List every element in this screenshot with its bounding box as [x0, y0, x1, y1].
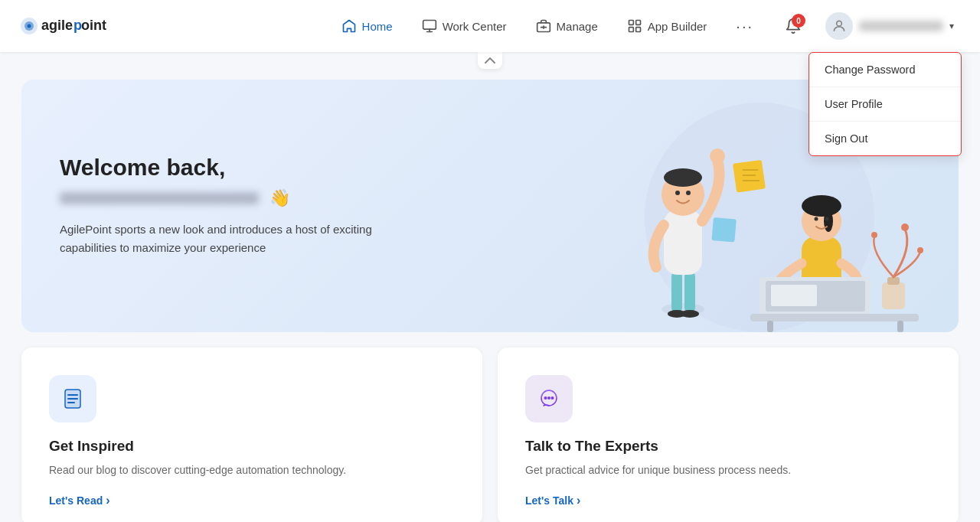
chevron-right-icon: › — [106, 494, 109, 507]
card-get-inspired-title: Get Inspired — [49, 438, 455, 455]
svg-point-26 — [710, 148, 725, 164]
chevron-up-icon — [485, 57, 495, 64]
wave-emoji: 👋 — [270, 188, 290, 208]
svg-point-58 — [544, 396, 547, 400]
svg-point-43 — [825, 217, 829, 221]
svg-point-25 — [664, 168, 702, 187]
nav-workcenter-label: Work Center — [443, 20, 507, 33]
dropdown-sign-out[interactable]: Sign Out — [809, 122, 961, 155]
more-dots-icon: ··· — [736, 18, 753, 35]
card-talk-experts-title: Talk to The Experts — [525, 438, 931, 455]
svg-rect-45 — [887, 277, 900, 285]
nav-item-work-center[interactable]: Work Center — [410, 12, 519, 40]
user-dropdown-menu: Change Password User Profile Sign Out — [808, 52, 962, 156]
svg-point-27 — [675, 191, 680, 195]
lets-talk-label: Let's Talk — [525, 494, 573, 507]
dropdown-change-password[interactable]: Change Password — [809, 53, 961, 87]
nav-appbuilder-label: App Builder — [648, 20, 707, 33]
notification-badge: 0 — [792, 14, 805, 28]
card-get-inspired: Get Inspired Read our blog to discover c… — [21, 347, 482, 522]
hero-text: Welcome back, 👋 AgilePoint sports a new … — [60, 155, 420, 257]
nav-item-more[interactable]: ··· — [724, 11, 766, 41]
svg-point-42 — [815, 217, 818, 221]
document-lines-icon — [61, 387, 84, 410]
svg-point-37 — [802, 195, 841, 217]
nav-right: 0 ▾ — [778, 8, 962, 44]
svg-text:oint: oint — [81, 18, 106, 33]
notifications-button[interactable]: 0 — [778, 11, 808, 41]
svg-point-47 — [917, 247, 923, 253]
nav-items: Home Work Center — [329, 11, 766, 41]
chevron-down-icon: ▾ — [949, 21, 954, 31]
svg-point-60 — [551, 396, 554, 400]
svg-rect-29 — [733, 160, 766, 193]
hero-welcome: Welcome back, — [60, 155, 420, 181]
hero-subtitle: AgilePoint sports a new look and introdu… — [60, 220, 420, 257]
svg-rect-14 — [629, 28, 633, 32]
nav-item-app-builder[interactable]: App Builder — [615, 12, 720, 40]
svg-rect-44 — [882, 282, 905, 309]
card-icon-wrap-blue — [49, 375, 96, 422]
nav-item-home[interactable]: Home — [329, 12, 405, 40]
svg-rect-13 — [635, 21, 640, 25]
logo[interactable]: agile p oint — [18, 12, 118, 40]
avatar — [825, 12, 853, 40]
card-talk-experts-desc: Get practical advice for unique business… — [525, 462, 931, 478]
svg-rect-19 — [671, 271, 682, 313]
svg-point-59 — [547, 396, 550, 400]
chat-bubble-icon — [537, 387, 560, 410]
briefcase-icon — [536, 18, 551, 34]
navbar: agile p oint Home Work Cente — [0, 0, 980, 52]
svg-rect-15 — [635, 28, 640, 32]
collapse-arrow-button[interactable] — [478, 52, 502, 69]
username-display — [859, 21, 943, 31]
nav-item-manage[interactable]: Manage — [524, 12, 610, 40]
nav-manage-label: Manage — [557, 20, 598, 33]
svg-point-46 — [901, 223, 909, 231]
welcome-text: Welcome back, — [60, 155, 225, 180]
svg-point-38 — [824, 210, 833, 232]
svg-point-2 — [28, 24, 31, 28]
svg-rect-12 — [629, 21, 633, 25]
svg-rect-49 — [750, 314, 919, 321]
card-get-inspired-link[interactable]: Let's Read › — [49, 494, 455, 507]
svg-rect-6 — [423, 21, 436, 30]
svg-text:agile: agile — [41, 18, 73, 33]
monitor-icon — [422, 18, 437, 34]
svg-rect-50 — [767, 321, 773, 332]
svg-point-16 — [837, 21, 842, 26]
svg-point-22 — [681, 310, 699, 318]
dropdown-user-profile[interactable]: User Profile — [809, 87, 961, 122]
grid-icon — [627, 18, 642, 34]
card-talk-to-experts: Talk to The Experts Get practical advice… — [498, 347, 959, 522]
card-icon-wrap-purple — [525, 375, 573, 422]
chevron-right-icon-2: › — [577, 494, 580, 507]
lets-read-label: Let's Read — [49, 494, 103, 507]
card-talk-experts-link[interactable]: Let's Talk › — [525, 494, 931, 507]
logo-svg: agile p oint — [18, 12, 118, 40]
svg-point-48 — [871, 232, 877, 238]
hero-username-blur — [60, 192, 259, 204]
home-icon — [341, 18, 357, 34]
svg-rect-20 — [684, 271, 695, 313]
svg-rect-23 — [664, 210, 702, 275]
svg-point-28 — [686, 191, 691, 195]
nav-home-label: Home — [362, 20, 393, 33]
svg-rect-41 — [771, 285, 817, 306]
user-menu-button[interactable]: ▾ — [818, 8, 962, 44]
svg-rect-51 — [897, 321, 903, 332]
cards-row: Get Inspired Read our blog to discover c… — [21, 347, 959, 522]
card-get-inspired-desc: Read our blog to discover cutting-edge a… — [49, 462, 455, 478]
svg-rect-30 — [711, 217, 737, 243]
